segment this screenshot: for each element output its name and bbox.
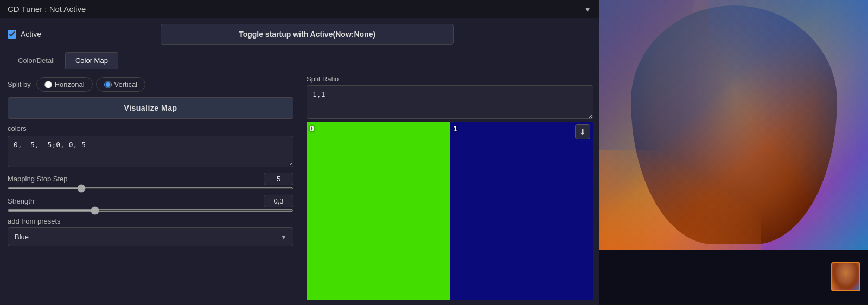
split-ratio-label: Split Ratio <box>307 75 593 83</box>
download-button[interactable]: ⬇ <box>575 124 590 139</box>
thumbnail-strip <box>599 250 868 304</box>
segment-1-label: 1 <box>454 124 458 133</box>
strength-value: 0,3 <box>264 195 293 207</box>
presets-select-wrap: Blue Red Green Warm Cool ▼ <box>8 227 293 246</box>
radio-horizonal[interactable]: Horizonal <box>36 77 93 92</box>
presets-select[interactable]: Blue Red Green Warm Cool <box>8 227 293 246</box>
portrait-orange-cloth <box>599 150 761 250</box>
thumbnail-image[interactable] <box>831 262 860 291</box>
strength-label: Strength <box>8 197 34 205</box>
active-checkbox[interactable] <box>8 30 16 39</box>
active-label: Active <box>21 30 41 39</box>
color-map-viz: 0 1 ⬇ <box>307 122 593 300</box>
portrait-image <box>599 0 868 250</box>
strength-slider[interactable] <box>8 209 293 212</box>
vertical-label: Vertical <box>114 80 138 88</box>
right-image-panel <box>599 0 868 305</box>
split-ratio-section: Split Ratio 1,1 <box>307 75 593 119</box>
color-segment-0: 0 <box>307 122 450 300</box>
strength-row: Strength 0,3 <box>8 195 293 212</box>
content-area: Split by Horizonal Vertical Visualize Ma… <box>0 69 599 305</box>
mapping-stop-step-value: 5 <box>264 173 293 185</box>
colors-label: colors <box>8 124 293 132</box>
colors-section: colors 0, -5, -5;0, 0, 5 <box>8 124 293 167</box>
tabs-row: Color/Detail Color Map <box>0 50 599 69</box>
horizonal-label: Horizonal <box>55 80 85 88</box>
split-ratio-input[interactable]: 1,1 <box>307 85 593 119</box>
mapping-stop-step-label: Mapping Stop Step <box>8 175 68 183</box>
radio-horizonal-input[interactable] <box>44 81 52 88</box>
thumb-inner <box>832 263 859 290</box>
colors-textarea[interactable]: 0, -5, -5;0, 0, 5 <box>8 136 293 167</box>
presets-row: add from presets Blue Red Green Warm Coo… <box>8 217 293 246</box>
download-icon: ⬇ <box>579 128 586 136</box>
active-row: Active Toggle startup with Active(Now:No… <box>0 18 599 50</box>
color-segment-1: 1 <box>450 122 594 300</box>
tab-color-detail[interactable]: Color/Detail <box>8 52 65 69</box>
controls-panel: Split by Horizonal Vertical Visualize Ma… <box>0 69 301 305</box>
tab-color-map[interactable]: Color Map <box>65 52 118 69</box>
visualize-map-button[interactable]: Visualize Map <box>8 97 293 119</box>
mapping-stop-step-slider[interactable] <box>8 187 293 189</box>
viz-panel: Split Ratio 1,1 0 1 ⬇ <box>301 69 599 305</box>
mapping-stop-step-row: Mapping Stop Step 5 <box>8 173 293 189</box>
toggle-startup-button[interactable]: Toggle startup with Active(Now:None) <box>161 24 454 45</box>
radio-vertical-input[interactable] <box>104 81 112 88</box>
split-by-row: Split by Horizonal Vertical <box>8 77 293 92</box>
radio-vertical[interactable]: Vertical <box>96 77 146 92</box>
title-bar-arrow: ▼ <box>584 5 591 14</box>
presets-label: add from presets <box>8 217 293 225</box>
segment-0-label: 0 <box>310 124 314 133</box>
title-bar: CD Tuner : Not Active ▼ <box>0 0 599 18</box>
active-checkbox-label[interactable]: Active <box>8 30 41 39</box>
split-by-label: Split by <box>8 80 31 88</box>
title-bar-text: CD Tuner : Not Active <box>8 4 86 14</box>
